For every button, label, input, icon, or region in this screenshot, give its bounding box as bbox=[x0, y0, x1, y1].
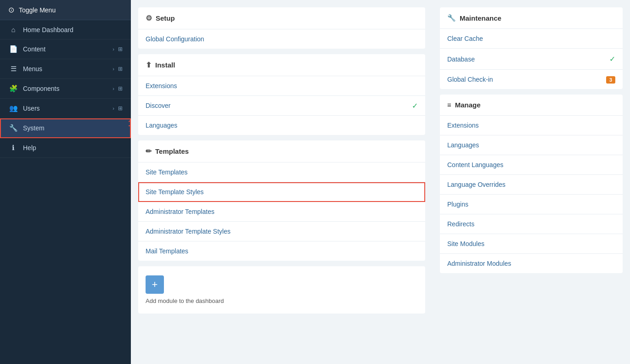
add-module-button[interactable]: + bbox=[146, 275, 164, 294]
setup-icon: ⚙ bbox=[146, 14, 152, 22]
setup-card: ⚙ Setup Global Configuration bbox=[138, 7, 425, 49]
site-modules-link[interactable]: Site Modules bbox=[440, 234, 623, 254]
install-header: ⬆ Install bbox=[138, 54, 425, 76]
install-card: ⬆ Install Extensions Discover ✓ Language… bbox=[138, 54, 425, 135]
content-icon: 📄 bbox=[8, 45, 18, 53]
templates-header: ✏ Templates bbox=[138, 140, 425, 162]
administrator-templates-link[interactable]: Administrator Templates bbox=[138, 202, 425, 222]
clear-cache-link[interactable]: Clear Cache bbox=[440, 29, 623, 49]
global-check-in-badge: 3 bbox=[606, 76, 615, 83]
sidebar-item-label: Content bbox=[23, 45, 112, 53]
global-check-in-link[interactable]: Global Check-in 3 bbox=[440, 70, 623, 89]
nav-right: › ⊞ bbox=[112, 85, 123, 92]
database-link[interactable]: Database ✓ bbox=[440, 49, 623, 70]
manage-title: Manage bbox=[455, 101, 481, 109]
language-overrides-link[interactable]: Language Overrides bbox=[440, 175, 623, 195]
components-icon: 🧩 bbox=[8, 84, 18, 93]
sidebar-nav: ⌂ Home Dashboard 📄 Content › ⊞ ☰ Menus ›… bbox=[0, 20, 131, 364]
main-content: ⚙ Setup Global Configuration ⬆ Install E… bbox=[131, 0, 630, 364]
discover-link[interactable]: Discover ✓ bbox=[138, 96, 425, 116]
toggle-menu-label: Toggle Menu bbox=[19, 6, 56, 14]
manage-icon: ≡ bbox=[447, 101, 451, 109]
plugins-link[interactable]: Plugins bbox=[440, 195, 623, 214]
toggle-menu-icon: ⊙ bbox=[8, 6, 14, 14]
left-panel: ⚙ Setup Global Configuration ⬆ Install E… bbox=[131, 0, 433, 364]
sidebar-item-label: System 1 bbox=[23, 124, 123, 132]
grid-icon: ⊞ bbox=[118, 46, 123, 52]
nav-right: › ⊞ bbox=[112, 46, 123, 52]
arrow-icon: › bbox=[112, 86, 114, 91]
languages-install-link[interactable]: Languages bbox=[138, 116, 425, 135]
sidebar-item-help[interactable]: ℹ Help bbox=[0, 138, 131, 158]
add-module-label: Add module to the dashboard bbox=[146, 297, 224, 304]
templates-title: Templates bbox=[155, 147, 189, 155]
site-template-styles-link[interactable]: Site Template Styles 2 bbox=[138, 182, 425, 202]
database-check-icon: ✓ bbox=[609, 55, 615, 63]
sidebar-item-users[interactable]: 👥 Users › ⊞ bbox=[0, 99, 131, 118]
sidebar-item-content[interactable]: 📄 Content › ⊞ bbox=[0, 39, 131, 59]
users-icon: 👥 bbox=[8, 104, 18, 112]
manage-card: ≡ Manage Extensions Languages Content La… bbox=[440, 95, 623, 273]
sidebar-item-label: Users bbox=[23, 105, 112, 112]
maintenance-icon: 🔧 bbox=[447, 14, 456, 22]
maintenance-title: Maintenance bbox=[460, 14, 501, 22]
step-1-indicator: 1 bbox=[128, 119, 131, 129]
redirects-link[interactable]: Redirects bbox=[440, 214, 623, 234]
sidebar-item-system[interactable]: 🔧 System 1 bbox=[0, 118, 131, 138]
arrow-icon: › bbox=[112, 66, 114, 72]
nav-right: › ⊞ bbox=[112, 66, 123, 72]
grid-icon: ⊞ bbox=[118, 85, 123, 92]
extensions-install-link[interactable]: Extensions bbox=[138, 76, 425, 96]
sidebar: ⊙ Toggle Menu ⌂ Home Dashboard 📄 Content… bbox=[0, 0, 131, 364]
add-module-card: + Add module to the dashboard bbox=[138, 266, 425, 314]
languages-manage-link[interactable]: Languages bbox=[440, 135, 623, 155]
extensions-manage-link[interactable]: Extensions bbox=[440, 116, 623, 135]
menus-icon: ☰ bbox=[8, 65, 18, 73]
arrow-icon: › bbox=[112, 106, 114, 111]
right-panel: 🔧 Maintenance Clear Cache Database ✓ Glo… bbox=[433, 0, 630, 364]
sidebar-item-label: Help bbox=[23, 144, 123, 151]
grid-icon: ⊞ bbox=[118, 66, 123, 72]
install-title: Install bbox=[155, 61, 175, 69]
discover-check-icon: ✓ bbox=[412, 101, 418, 110]
toggle-menu-button[interactable]: ⊙ Toggle Menu bbox=[0, 0, 131, 20]
content-languages-link[interactable]: Content Languages bbox=[440, 155, 623, 175]
nav-right: › ⊞ bbox=[112, 105, 123, 112]
install-icon: ⬆ bbox=[146, 61, 152, 69]
sidebar-item-label: Home Dashboard bbox=[23, 26, 123, 34]
sidebar-item-label: Components bbox=[23, 85, 112, 92]
help-icon: ℹ bbox=[8, 144, 18, 152]
system-icon: 🔧 bbox=[8, 124, 18, 132]
setup-title: Setup bbox=[156, 14, 175, 22]
arrow-icon: › bbox=[112, 46, 114, 52]
sidebar-item-home-dashboard[interactable]: ⌂ Home Dashboard bbox=[0, 20, 131, 39]
manage-header: ≡ Manage bbox=[440, 95, 623, 116]
setup-header: ⚙ Setup bbox=[138, 7, 425, 29]
site-templates-link[interactable]: Site Templates bbox=[138, 162, 425, 182]
home-icon: ⌂ bbox=[8, 26, 18, 34]
sidebar-item-menus[interactable]: ☰ Menus › ⊞ bbox=[0, 59, 131, 79]
maintenance-header: 🔧 Maintenance bbox=[440, 7, 623, 29]
grid-icon: ⊞ bbox=[118, 105, 123, 112]
global-configuration-link[interactable]: Global Configuration bbox=[138, 29, 425, 49]
administrator-modules-link[interactable]: Administrator Modules bbox=[440, 254, 623, 273]
mail-templates-link[interactable]: Mail Templates bbox=[138, 241, 425, 261]
templates-card: ✏ Templates Site Templates Site Template… bbox=[138, 140, 425, 261]
sidebar-item-label: Menus bbox=[23, 65, 112, 73]
administrator-template-styles-link[interactable]: Administrator Template Styles bbox=[138, 222, 425, 241]
sidebar-item-components[interactable]: 🧩 Components › ⊞ bbox=[0, 79, 131, 99]
maintenance-card: 🔧 Maintenance Clear Cache Database ✓ Glo… bbox=[440, 7, 623, 89]
templates-icon: ✏ bbox=[146, 147, 152, 156]
